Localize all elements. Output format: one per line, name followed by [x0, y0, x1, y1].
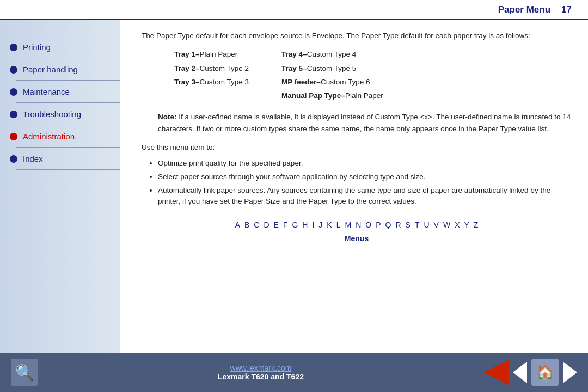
- tray-col-left: Tray 1–Plain PaperTray 2–Custom Type 2Tr…: [174, 49, 249, 101]
- footer-nav: 🏠: [483, 359, 577, 386]
- alpha-link-t[interactable]: T: [413, 219, 421, 231]
- sidebar-label-paper-handling: Paper handling: [23, 65, 78, 74]
- tray-table: Tray 1–Plain PaperTray 2–Custom Type 2Tr…: [174, 49, 555, 101]
- page-number: 17: [561, 4, 572, 15]
- sidebar-label-maintenance: Maintenance: [23, 87, 70, 96]
- home-icon: 🏠: [536, 364, 554, 381]
- sidebar-dot-index: [10, 155, 17, 163]
- footer-left: 🔍: [11, 359, 38, 386]
- sidebar-item-printing[interactable]: Printing: [0, 36, 120, 58]
- alpha-link-e[interactable]: E: [272, 219, 280, 231]
- alpha-link-n[interactable]: N: [354, 219, 363, 231]
- alpha-link-s[interactable]: S: [404, 219, 412, 231]
- search-icon: 🔍: [15, 364, 34, 382]
- content-area: The Paper Type default for each envelope…: [120, 20, 588, 353]
- sidebar-item-administration[interactable]: Administration: [0, 125, 120, 148]
- alpha-link-o[interactable]: O: [364, 219, 373, 231]
- alpha-link-g[interactable]: G: [290, 219, 299, 231]
- tray-row: MP feeder–Custom Type 6: [281, 77, 383, 88]
- footer-product: Lexmark T620 and T622: [218, 372, 304, 381]
- alpha-index: ABCDEFGHIJKLMNOPQRSTUVWXYZ Menus: [142, 219, 572, 244]
- note-text: If a user-defined name is available, it …: [158, 113, 571, 133]
- sidebar-item-paper-handling[interactable]: Paper handling: [0, 58, 120, 81]
- sidebar-item-index[interactable]: Index: [0, 148, 120, 170]
- sidebar-dot-maintenance: [10, 88, 17, 96]
- page-wrapper: Paper Menu 17 PrintingPaper handlingMain…: [0, 0, 588, 392]
- alpha-link-f[interactable]: F: [281, 219, 290, 231]
- sidebar-dot-paper-handling: [10, 66, 17, 74]
- list-item: Select paper sources through your softwa…: [158, 171, 572, 182]
- alpha-link-h[interactable]: H: [301, 219, 309, 231]
- note-block: Note: If a user-defined name is availabl…: [158, 111, 572, 134]
- alpha-link-l[interactable]: L: [335, 219, 342, 231]
- alpha-link-p[interactable]: P: [374, 219, 382, 231]
- prev-button[interactable]: [513, 362, 527, 383]
- alpha-link-m[interactable]: M: [344, 219, 353, 231]
- alpha-link-j[interactable]: J: [317, 219, 324, 231]
- alpha-link-w[interactable]: W: [442, 219, 452, 231]
- alpha-link-x[interactable]: X: [453, 219, 461, 231]
- sidebar-label-index: Index: [23, 154, 43, 163]
- alpha-link-r[interactable]: R: [394, 219, 402, 231]
- footer: 🔍 www.lexmark.com Lexmark T620 and T622 …: [0, 353, 588, 392]
- alpha-link-u[interactable]: U: [422, 219, 431, 231]
- sidebar-item-troubleshooting[interactable]: Troubleshooting: [0, 103, 120, 125]
- page-title: Paper Menu: [498, 4, 550, 15]
- content-body: The Paper Type default for each envelope…: [142, 30, 572, 244]
- list-item: Optimize print quality for the specified…: [158, 158, 572, 169]
- intro-text: The Paper Type default for each envelope…: [142, 30, 572, 41]
- sidebar: PrintingPaper handlingMaintenanceTrouble…: [0, 20, 120, 353]
- alpha-link-b[interactable]: B: [243, 219, 251, 231]
- note-label: Note:: [158, 113, 177, 121]
- sidebar-item-maintenance[interactable]: Maintenance: [0, 81, 120, 103]
- next-arrow-icon: [563, 362, 577, 383]
- footer-center: www.lexmark.com Lexmark T620 and T622: [38, 364, 483, 381]
- menus-link[interactable]: Menus: [345, 234, 369, 243]
- tray-row: Tray 5–Custom Type 5: [281, 63, 383, 74]
- sidebar-label-printing: Printing: [23, 42, 51, 52]
- tray-row: Tray 4–Custom Type 4: [281, 49, 383, 60]
- next-button[interactable]: [563, 362, 577, 383]
- home-button[interactable]: 🏠: [531, 359, 559, 386]
- sidebar-dot-printing: [10, 44, 17, 51]
- tray-row: Tray 3–Custom Type 3: [174, 77, 249, 88]
- alpha-link-z[interactable]: Z: [472, 219, 480, 231]
- alpha-link-d[interactable]: D: [262, 219, 271, 231]
- alpha-link-v[interactable]: V: [432, 219, 440, 231]
- sidebar-dot-troubleshooting: [10, 111, 17, 118]
- sidebar-dot-administration: [10, 133, 17, 140]
- back-button[interactable]: [483, 360, 509, 385]
- alpha-link-i[interactable]: I: [310, 219, 316, 231]
- search-button[interactable]: 🔍: [11, 359, 38, 386]
- tray-row: Tray 1–Plain Paper: [174, 49, 249, 60]
- list-item: Automatically link paper sources. Any so…: [158, 185, 572, 207]
- use-menu-text: Use this menu item to:: [142, 142, 572, 153]
- back-arrow-icon: [483, 360, 509, 385]
- alpha-link-k[interactable]: K: [325, 219, 333, 231]
- page-title-bar: Paper Menu 17: [0, 0, 588, 20]
- tray-col-right: Tray 4–Custom Type 4Tray 5–Custom Type 5…: [281, 49, 383, 101]
- bullet-list: Optimize print quality for the specified…: [158, 158, 572, 207]
- alpha-link-y[interactable]: Y: [462, 219, 470, 231]
- alpha-links: ABCDEFGHIJKLMNOPQRSTUVWXYZ: [142, 219, 572, 231]
- alpha-link-a[interactable]: A: [234, 219, 242, 231]
- alpha-link-q[interactable]: Q: [384, 219, 393, 231]
- footer-url[interactable]: www.lexmark.com: [38, 364, 483, 372]
- main-area: PrintingPaper handlingMaintenanceTrouble…: [0, 20, 588, 353]
- sidebar-label-troubleshooting: Troubleshooting: [23, 109, 81, 119]
- tray-row: Tray 2–Custom Type 2: [174, 63, 249, 74]
- tray-row: Manual Pap Type–Plain Paper: [281, 90, 383, 101]
- sidebar-label-administration: Administration: [23, 132, 75, 141]
- prev-arrow-icon: [513, 362, 527, 383]
- alpha-link-c[interactable]: C: [252, 219, 261, 231]
